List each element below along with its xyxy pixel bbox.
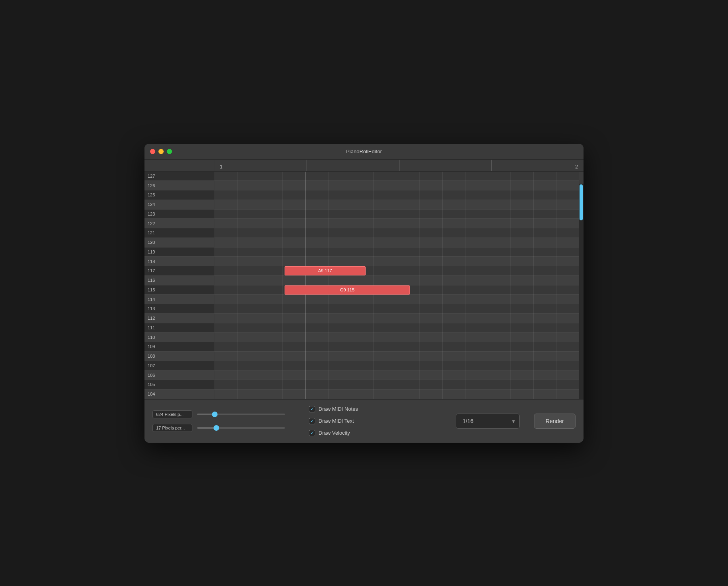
piano-roll-container: 127 126 125 124 123 122 121 120 119 118 … (144, 160, 584, 443)
slider-2-label: 17 Pixels per... (152, 424, 192, 432)
piano-key-125[interactable]: 125 (144, 190, 214, 200)
checkbox-row-text[interactable]: ✓ Draw MIDI Text (309, 418, 358, 424)
piano-key-116[interactable]: 116 (144, 276, 214, 285)
slider-1-track[interactable] (197, 414, 285, 415)
piano-key-110[interactable]: 110 (144, 333, 214, 342)
piano-key-115[interactable]: 115 (144, 285, 214, 295)
checkbox-text-label: Draw MIDI Text (318, 418, 354, 424)
checkboxes-group: ✓ Draw MIDI Notes ✓ Draw MIDI Text ✓ Dra… (309, 406, 358, 436)
piano-key-112[interactable]: 112 (144, 314, 214, 323)
titlebar: PianoRollEditor (144, 144, 584, 160)
piano-key-121[interactable]: 121 (144, 228, 214, 238)
window-controls (150, 149, 172, 154)
vertical-scrollbar-thumb[interactable] (580, 184, 583, 220)
piano-key-119[interactable]: 119 (144, 247, 214, 257)
vertical-scrollbar[interactable] (579, 184, 584, 399)
checkbox-velocity[interactable]: ✓ (309, 430, 315, 436)
quantize-dropdown[interactable]: 1/4 1/8 1/16 1/32 (456, 414, 520, 429)
checkbox-row-notes[interactable]: ✓ Draw MIDI Notes (309, 406, 358, 412)
timeline: 1 2 (214, 160, 584, 172)
piano-key-114[interactable]: 114 (144, 295, 214, 304)
timeline-marker-2: 2 (575, 164, 578, 170)
piano-key-117[interactable]: 117 (144, 266, 214, 276)
note-g9-115[interactable]: G9 115 (285, 285, 410, 295)
slider-1-thumb[interactable] (212, 412, 218, 417)
piano-key-122[interactable]: 122 (144, 219, 214, 228)
dropdown-wrapper: 1/4 1/8 1/16 1/32 ▾ (456, 414, 520, 429)
piano-key-107[interactable]: 107 (144, 361, 214, 371)
piano-key-104[interactable]: 104 (144, 390, 214, 399)
piano-key-126[interactable]: 126 (144, 181, 214, 190)
piano-key-106[interactable]: 106 (144, 370, 214, 380)
close-button[interactable] (150, 149, 155, 154)
piano-key-111[interactable]: 111 (144, 323, 214, 333)
dropdown-group: 1/4 1/8 1/16 1/32 ▾ (456, 414, 520, 429)
piano-key-123[interactable]: 123 (144, 210, 214, 219)
note-a9-117[interactable]: A9 117 (285, 266, 366, 276)
grid-scroll[interactable]: A9 117 G9 115 (214, 172, 584, 399)
slider-2-thumb[interactable] (214, 425, 219, 431)
piano-key-124[interactable]: 124 (144, 200, 214, 210)
note-label-g9-115: G9 115 (340, 287, 354, 292)
piano-key-108[interactable]: 108 (144, 352, 214, 361)
timeline-marker-1: 1 (220, 164, 223, 170)
piano-key-113[interactable]: 113 (144, 304, 214, 314)
window-title: PianoRollEditor (346, 148, 382, 154)
piano-key-105[interactable]: 105 (144, 380, 214, 390)
slider-2-track[interactable] (197, 427, 285, 429)
roll-area: 127 126 125 124 123 122 121 120 119 118 … (144, 160, 584, 399)
slider-1-label: 624 Pixels p... (152, 410, 192, 418)
slider-group: 624 Pixels p... 17 Pixels per... (152, 410, 285, 432)
checkbox-notes-label: Draw MIDI Notes (318, 406, 358, 412)
slider-row-2: 17 Pixels per... (152, 424, 285, 432)
piano-key-109[interactable]: 109 (144, 342, 214, 352)
checkbox-row-velocity[interactable]: ✓ Draw Velocity (309, 430, 358, 436)
checkbox-velocity-label: Draw Velocity (318, 430, 350, 436)
grid-wrapper[interactable]: 1 2 (214, 160, 584, 399)
piano-key-120[interactable]: 120 (144, 238, 214, 247)
checkbox-text[interactable]: ✓ (309, 418, 315, 424)
piano-key-127[interactable]: 127 (144, 172, 214, 181)
controls-bar: 624 Pixels p... 17 Pixels per... (144, 399, 584, 443)
minimize-button[interactable] (158, 149, 164, 154)
main-window: PianoRollEditor 127 126 125 124 123 122 … (144, 144, 584, 443)
slider-row-1: 624 Pixels p... (152, 410, 285, 418)
render-button[interactable]: Render (534, 414, 576, 429)
maximize-button[interactable] (167, 149, 172, 154)
checkbox-notes[interactable]: ✓ (309, 406, 315, 412)
note-label-a9-117: A9 117 (318, 268, 332, 273)
piano-key-118[interactable]: 118 (144, 257, 214, 266)
piano-keys: 127 126 125 124 123 122 121 120 119 118 … (144, 160, 214, 399)
